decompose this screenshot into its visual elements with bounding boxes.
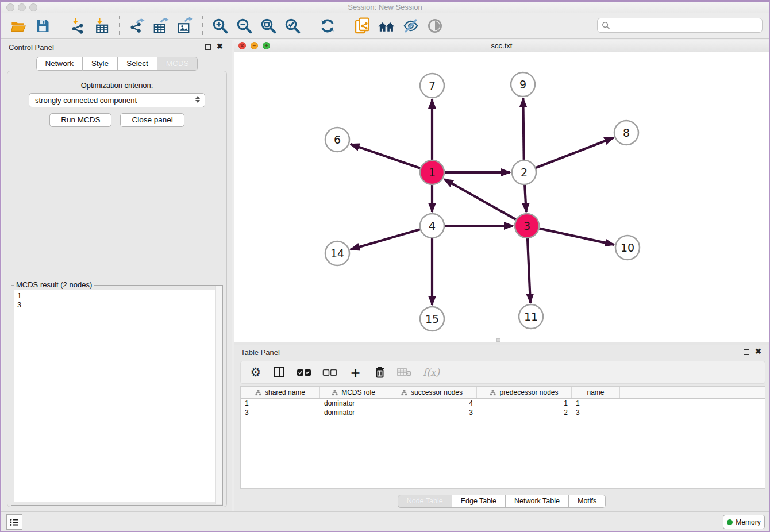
application-window: Session: New Session <box>0 0 770 532</box>
home-icon[interactable] <box>377 16 396 36</box>
optimization-criterion-value: strongly connected component <box>35 96 137 105</box>
graph-node-label-11: 11 <box>524 310 538 323</box>
graph-node-label-1: 1 <box>429 166 436 179</box>
node-table[interactable]: shared name MCDS role successor nodes pr… <box>240 386 765 489</box>
network-canvas-area[interactable]: 7968124314101511 <box>234 52 769 342</box>
graph-edge-2-9[interactable] <box>523 98 523 160</box>
optimization-criterion-label: Optimization criterion: <box>7 81 226 90</box>
column-header-shared-name[interactable]: shared name <box>241 387 320 398</box>
table-panel-title: Table Panel <box>241 348 280 357</box>
tab-network[interactable]: Network <box>36 57 83 71</box>
result-scrollbar[interactable] <box>215 286 222 504</box>
mcds-result-text[interactable]: 1 3 <box>14 290 220 502</box>
column-header-successor-nodes[interactable]: successor nodes <box>387 387 477 398</box>
run-mcds-button[interactable]: Run MCDS <box>49 113 111 127</box>
graph-node-label-4: 4 <box>429 219 436 232</box>
import-table-icon[interactable] <box>92 16 111 36</box>
app-titlebar: Session: New Session <box>1 2 769 13</box>
graph-edge-3-11[interactable] <box>528 238 530 303</box>
tab-edge-table[interactable]: Edge Table <box>452 495 506 508</box>
select-stepper-icon <box>195 96 200 103</box>
memory-button[interactable]: Memory <box>723 515 765 529</box>
search-field[interactable] <box>597 18 763 33</box>
export-network-icon[interactable] <box>127 16 147 36</box>
column-header-mcds-role[interactable]: MCDS role <box>320 387 387 398</box>
mcds-result-legend: MCDS result (2 nodes) <box>14 280 94 289</box>
settings-gear-icon[interactable]: ⚙ <box>249 365 262 379</box>
app-title: Session: New Session <box>1 3 769 11</box>
close-panel-icon[interactable]: ✖ <box>217 43 223 51</box>
add-column-icon[interactable]: ＋ <box>348 365 363 379</box>
table-tabs: Node Table Edge Table Network Table Moti… <box>234 495 769 508</box>
zoom-in-icon[interactable] <box>210 16 230 36</box>
graph-node-label-3: 3 <box>523 219 530 232</box>
export-image-icon[interactable] <box>175 16 195 36</box>
tab-motifs[interactable]: Motifs <box>569 495 606 508</box>
graph-edge-2-3[interactable] <box>525 185 526 212</box>
zoom-selected-icon[interactable] <box>283 16 302 36</box>
graph-node-label-7: 7 <box>429 79 436 92</box>
graph-edge-1-6[interactable] <box>351 144 421 168</box>
table-row[interactable]: 3 dominator 3 2 3 <box>241 408 765 417</box>
export-table-icon[interactable] <box>151 16 171 36</box>
close-table-panel-icon[interactable]: ✖ <box>755 348 761 356</box>
tab-network-table[interactable]: Network Table <box>506 495 569 508</box>
tab-select[interactable]: Select <box>118 57 157 71</box>
table-row[interactable]: 1 dominator 4 1 1 <box>241 399 765 408</box>
graph-edge-3-10[interactable] <box>539 229 614 245</box>
clone-network-icon[interactable] <box>353 16 372 36</box>
mcds-result-box: MCDS result (2 nodes) 1 3 <box>11 285 223 506</box>
column-header-name[interactable]: name <box>572 387 620 398</box>
zoom-fit-icon[interactable] <box>259 16 278 36</box>
splitter-grip[interactable] <box>496 338 500 342</box>
graph-edge-2-8[interactable] <box>536 138 614 168</box>
graph-edge-3-1[interactable] <box>444 179 516 219</box>
network-window-titlebar: ✕ − + scc.txt <box>234 40 769 52</box>
tab-mcds[interactable]: MCDS <box>157 57 198 71</box>
close-panel-button[interactable]: Close panel <box>120 113 184 127</box>
control-panel-tabs: Network Style Select MCDS <box>2 57 232 71</box>
toolbar-separator <box>202 16 203 36</box>
mcds-panel: Optimization criterion: strongly connect… <box>7 71 227 507</box>
select-all-icon[interactable] <box>297 365 311 379</box>
graph-node-label-10: 10 <box>621 241 634 254</box>
optimization-criterion-select[interactable]: strongly connected component <box>29 93 205 107</box>
delete-table-icon[interactable] <box>397 365 412 379</box>
hide-selected-eye-icon[interactable] <box>401 16 421 36</box>
task-history-button[interactable] <box>6 514 22 530</box>
tab-node-table[interactable]: Node Table <box>398 495 452 508</box>
memory-label: Memory <box>736 518 760 526</box>
main-toolbar <box>1 13 769 39</box>
graph-node-label-9: 9 <box>519 78 526 91</box>
graph-node-label-15: 15 <box>425 313 439 325</box>
network-canvas: 7968124314101511 <box>234 52 768 342</box>
network-window-title: scc.txt <box>234 41 769 50</box>
float-table-panel-icon[interactable] <box>744 349 749 355</box>
show-all-eye-icon[interactable] <box>425 16 445 36</box>
deselect-all-icon[interactable] <box>322 365 337 379</box>
open-session-icon[interactable] <box>9 16 28 36</box>
save-session-icon[interactable] <box>33 16 52 36</box>
table-header-row: shared name MCDS role successor nodes pr… <box>241 387 765 399</box>
control-panel-header: Control Panel ✖ <box>2 40 232 55</box>
tree-icon <box>332 390 338 396</box>
toolbar-separator <box>119 16 120 36</box>
delete-column-icon[interactable] <box>374 365 386 379</box>
column-header-predecessor-nodes[interactable]: predecessor nodes <box>477 387 572 398</box>
float-panel-icon[interactable] <box>205 44 211 50</box>
graph-node-label-8: 8 <box>623 126 630 139</box>
tab-style[interactable]: Style <box>83 57 118 71</box>
graph-node-label-14: 14 <box>330 247 344 260</box>
graph-edge-4-14[interactable] <box>351 229 420 249</box>
import-network-icon[interactable] <box>68 16 87 36</box>
function-builder-icon[interactable]: f(x) <box>423 365 440 379</box>
control-panel: Control Panel ✖ Network Style Select MCD… <box>2 40 232 513</box>
toolbar-separator <box>60 16 60 36</box>
control-panel-title: Control Panel <box>9 43 54 52</box>
show-column-icon[interactable] <box>273 365 286 379</box>
status-bar: Memory <box>1 511 769 531</box>
search-input[interactable] <box>610 20 762 31</box>
zoom-out-icon[interactable] <box>234 16 254 36</box>
refresh-icon[interactable] <box>318 16 337 36</box>
tree-icon <box>490 390 496 396</box>
